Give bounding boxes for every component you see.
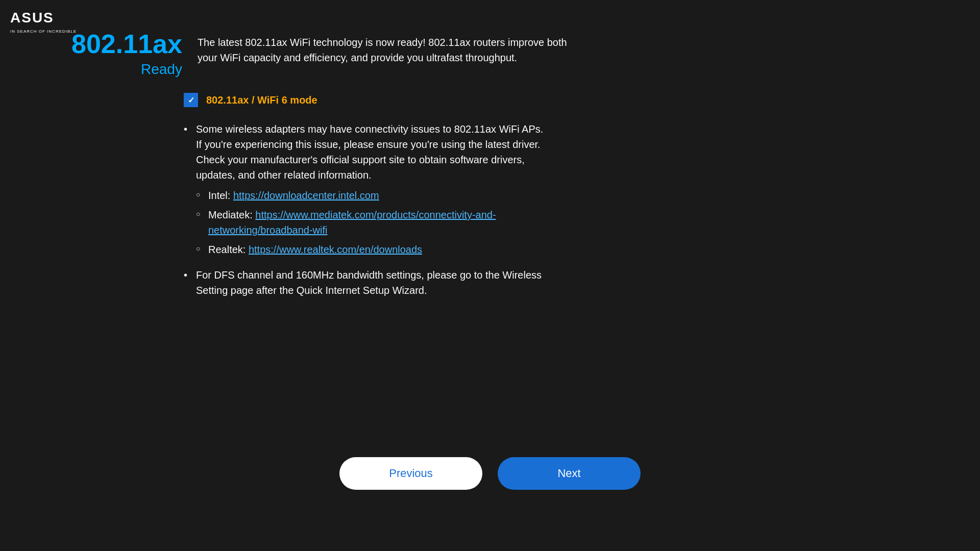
content-section: ✓ 802.11ax / WiFi 6 mode Some wireless a… xyxy=(71,93,909,298)
main-content: 802.11ax Ready The latest 802.11ax WiFi … xyxy=(71,31,909,308)
sub-item-intel: Intel: https://downloadcenter.intel.com xyxy=(196,188,561,203)
svg-text:ASUS: ASUS xyxy=(10,10,54,26)
bullet-item-1: Some wireless adapters may have connecti… xyxy=(184,121,561,257)
wifi6-checkbox-row[interactable]: ✓ 802.11ax / WiFi 6 mode xyxy=(184,93,909,107)
title-section: 802.11ax Ready The latest 802.11ax WiFi … xyxy=(71,31,909,78)
left-title: 802.11ax Ready xyxy=(71,31,198,78)
intel-prefix: Intel: xyxy=(208,190,233,201)
sub-item-mediatek: Mediatek: https://www.mediatek.com/produ… xyxy=(196,207,561,238)
buttons-section: Previous Next xyxy=(0,457,980,490)
ready-label: Ready xyxy=(71,61,182,78)
checkmark-icon: ✓ xyxy=(188,95,194,105)
sub-list-1: Intel: https://downloadcenter.intel.com … xyxy=(196,188,561,257)
intel-link[interactable]: https://downloadcenter.intel.com xyxy=(233,190,379,201)
description-text: The latest 802.11ax WiFi technology is n… xyxy=(198,31,575,65)
bullet-list: Some wireless adapters may have connecti… xyxy=(184,121,909,298)
realtek-prefix: Realtek: xyxy=(208,244,249,255)
asus-logo: ASUS IN SEARCH OF INCREDIBLE xyxy=(10,8,77,34)
wifi-title: 802.11ax xyxy=(71,31,182,57)
wifi6-checkbox[interactable]: ✓ xyxy=(184,93,198,107)
previous-button[interactable]: Previous xyxy=(339,457,482,490)
bullet-1-text: Some wireless adapters may have connecti… xyxy=(196,123,543,181)
realtek-link[interactable]: https://www.realtek.com/en/downloads xyxy=(249,244,422,255)
wifi6-label: 802.11ax / WiFi 6 mode xyxy=(206,94,317,106)
mediatek-prefix: Mediatek: xyxy=(208,209,255,220)
bullet-item-2: For DFS channel and 160MHz bandwidth set… xyxy=(184,267,561,298)
sub-item-realtek: Realtek: https://www.realtek.com/en/down… xyxy=(196,242,561,257)
asus-logo-text: ASUS xyxy=(10,8,61,28)
bullet-2-text: For DFS channel and 160MHz bandwidth set… xyxy=(196,269,542,296)
next-button[interactable]: Next xyxy=(498,457,641,490)
asus-tagline: IN SEARCH OF INCREDIBLE xyxy=(10,29,77,34)
